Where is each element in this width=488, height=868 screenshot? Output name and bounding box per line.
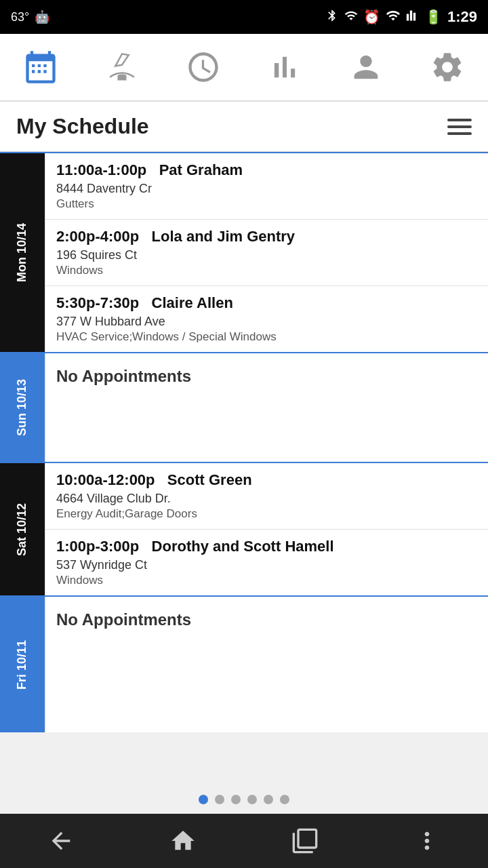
day-section-mon: Mon 10/14 11:00a-1:00p Pat Graham 8444 D… (0, 153, 488, 352)
page-header: My Schedule (0, 102, 488, 152)
appointment-item[interactable]: 10:00a-12:00p Scott Green 4664 Village C… (45, 463, 488, 530)
nav-schedule[interactable] (173, 40, 234, 94)
appt-service: HVAC Service;Windows / Special Windows (56, 330, 477, 344)
menu-button[interactable] (447, 119, 472, 135)
nav-sales[interactable] (92, 40, 152, 94)
signal-bars-icon (406, 9, 420, 26)
clock-time: 1:29 (447, 8, 477, 26)
battery-icon: 🔋 (425, 9, 442, 25)
appt-address: 537 Wynridge Ct (56, 558, 477, 572)
appt-address: 377 W Hubbard Ave (56, 315, 477, 329)
pagination-dot-5[interactable] (264, 795, 273, 804)
wifi-icon (386, 8, 401, 26)
appt-time-name: 1:00p-3:00p Dorothy and Scott Hamell (56, 538, 477, 555)
appt-address: 196 Squires Ct (56, 248, 477, 262)
mon-appointments: 11:00a-1:00p Pat Graham 8444 Daventry Cr… (45, 153, 488, 352)
day-label-mon: Mon 10/14 (0, 153, 45, 352)
appt-time-name: 10:00a-12:00p Scott Green (56, 471, 477, 489)
more-button[interactable] (380, 814, 474, 868)
status-left: 63° 🤖 (11, 9, 49, 24)
pagination-dots (0, 791, 488, 808)
appointment-item[interactable]: 1:00p-3:00p Dorothy and Scott Hamell 537… (45, 530, 488, 595)
pagination-dot-6[interactable] (280, 795, 289, 804)
sat-appointments: 10:00a-12:00p Scott Green 4664 Village C… (45, 463, 488, 595)
day-section-sun: Sun 10/13 No Appointments (0, 353, 488, 462)
recents-button[interactable] (258, 814, 352, 868)
pagination-dot-4[interactable] (247, 795, 257, 804)
appt-time-name: 5:30p-7:30p Claire Allen (56, 294, 477, 312)
back-button[interactable] (14, 814, 108, 868)
temperature: 63° (11, 10, 29, 24)
home-button[interactable] (136, 814, 230, 868)
signal-icon (344, 9, 358, 26)
appointment-item[interactable]: 5:30p-7:30p Claire Allen 377 W Hubbard A… (45, 286, 488, 352)
top-navigation (0, 34, 488, 102)
nav-settings[interactable] (417, 40, 478, 94)
appt-time-name: 2:00p-4:00p Lola and Jim Gentry (56, 228, 477, 245)
day-section-sat: Sat 10/12 10:00a-12:00p Scott Green 4664… (0, 463, 488, 595)
appointment-item[interactable]: 2:00p-4:00p Lola and Jim Gentry 196 Squi… (45, 220, 488, 286)
no-appointments-fri: No Appointments (45, 597, 488, 643)
nav-profile[interactable] (336, 40, 396, 94)
day-section-fri: Fri 10/11 No Appointments (0, 597, 488, 732)
pagination-dot-2[interactable] (215, 795, 224, 804)
status-right: ⏰ 🔋 1:29 (325, 8, 477, 26)
nav-calendar[interactable] (10, 40, 71, 94)
appt-time-name: 11:00a-1:00p Pat Graham (56, 161, 477, 179)
pagination-dot-1[interactable] (199, 795, 208, 804)
appt-service: Gutters (56, 197, 477, 211)
day-label-sat: Sat 10/12 (0, 463, 45, 595)
alarm-icon: ⏰ (363, 9, 380, 25)
appt-service: Energy Audit;Garage Doors (56, 507, 477, 521)
page-title: My Schedule (16, 114, 149, 139)
no-appointments-sun: No Appointments (45, 353, 488, 399)
nav-reports[interactable] (254, 40, 315, 94)
appt-service: Windows (56, 264, 477, 277)
day-label-fri: Fri 10/11 (0, 597, 45, 732)
appointment-item[interactable]: 11:00a-1:00p Pat Graham 8444 Daventry Cr… (45, 153, 488, 220)
appt-address: 8444 Daventry Cr (56, 182, 477, 196)
android-icon: 🤖 (35, 9, 49, 24)
day-label-sun: Sun 10/13 (0, 353, 45, 462)
appt-address: 4664 Village Club Dr. (56, 492, 477, 506)
bluetooth-icon (325, 9, 339, 26)
appt-service: Windows (56, 574, 477, 587)
fri-appointments: No Appointments (45, 597, 488, 732)
status-bar: 63° 🤖 ⏰ 🔋 1:29 (0, 0, 488, 34)
sun-appointments: No Appointments (45, 353, 488, 462)
pagination-dot-3[interactable] (231, 795, 241, 804)
bottom-navigation (0, 814, 488, 868)
schedule-container[interactable]: Mon 10/14 11:00a-1:00p Pat Graham 8444 D… (0, 152, 488, 816)
